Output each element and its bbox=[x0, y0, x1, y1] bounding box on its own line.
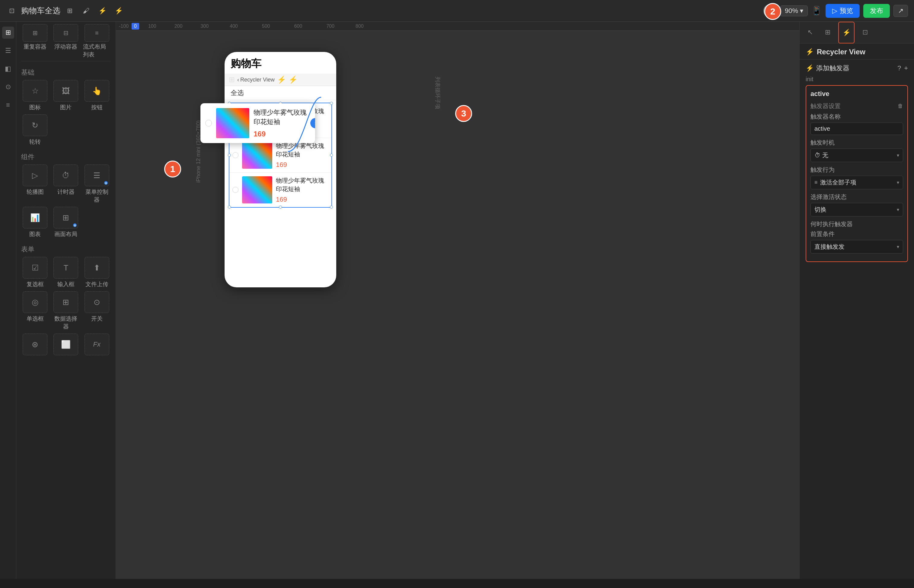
flow-layout-label: 流式布局列表 bbox=[83, 43, 111, 58]
comp-checkbox[interactable]: ☑ 复选框 bbox=[21, 257, 49, 288]
rp-tab-lightning[interactable]: ⚡ bbox=[838, 22, 854, 44]
ruler: -100 0 100 200 300 400 500 600 700 800 bbox=[116, 22, 799, 31]
trigger-name-label: 触发器名称 bbox=[811, 113, 903, 121]
preview-button[interactable]: ▷ 预览 bbox=[825, 4, 860, 18]
cart-check-1[interactable] bbox=[233, 152, 239, 158]
comp-radio-box: ◎ bbox=[23, 291, 47, 313]
grid-icon[interactable]: ⊞ bbox=[64, 5, 76, 16]
activate-state-select[interactable]: 切换 ▾ bbox=[811, 203, 903, 216]
comp-input-label: 输入框 bbox=[57, 280, 74, 288]
bolt-icon: ⚡ bbox=[277, 76, 286, 84]
trigger-time-value: 无 bbox=[822, 151, 897, 159]
comp-extra2[interactable]: ⬜ bbox=[52, 334, 80, 357]
sidebar-item-assets[interactable]: ≡ bbox=[2, 99, 14, 111]
condition-row: 何时执行触发器 前置条件 直接触发发 ▾ bbox=[811, 220, 903, 254]
comp-icon[interactable]: ☆ 图标 bbox=[21, 80, 49, 111]
precondition-label: 前置条件 bbox=[811, 230, 903, 238]
form-grid: ☑ 复选框 T 输入框 ⬆ 文件上传 ◎ 单选框 ⊞ 数据选择器 bbox=[21, 257, 111, 357]
float-container-item[interactable]: ⊟ 浮动容器 bbox=[52, 24, 80, 58]
flow-layout-item[interactable]: ≡ 流式布局列表 bbox=[83, 24, 111, 58]
activate-state-label: 选择激活状态 bbox=[811, 193, 903, 201]
cart-price-2: 169 bbox=[276, 195, 328, 204]
publish-button[interactable]: 发布 bbox=[863, 4, 890, 18]
canvas-area: -100 0 100 200 300 400 500 600 700 800 i… bbox=[116, 22, 799, 579]
delete-trigger-icon[interactable]: 🗑 bbox=[898, 103, 903, 109]
rp-tab-box[interactable]: ⊡ bbox=[857, 22, 873, 44]
clock-icon: ⏱ bbox=[814, 152, 820, 159]
rp-tab-layout[interactable]: ⊞ bbox=[820, 22, 836, 44]
rv-title: Recycler View bbox=[817, 48, 866, 56]
handle-b[interactable] bbox=[279, 205, 282, 208]
comp-canvas[interactable]: ⊞ ⊕ 画面布局 bbox=[52, 207, 80, 238]
condition-label: 何时执行触发器 bbox=[811, 220, 903, 228]
trigger-add-icons: ? + bbox=[898, 64, 908, 72]
zoom-button[interactable]: 90% ▾ bbox=[780, 5, 808, 16]
add-icon[interactable]: + bbox=[904, 64, 908, 72]
help-icon[interactable]: ? bbox=[898, 64, 901, 72]
cart-img-2 bbox=[242, 176, 272, 204]
comp-fx[interactable]: Fx bbox=[83, 334, 111, 357]
device-icon[interactable]: 📱 bbox=[811, 6, 822, 16]
comp-button[interactable]: 👆 按钮 bbox=[83, 80, 111, 111]
basic-grid: ☆ 图标 🖼 图片 👆 按钮 ↻ 轮转 bbox=[21, 80, 111, 146]
layout-icon[interactable]: ⊡ bbox=[6, 5, 18, 16]
trigger-time-select[interactable]: ⏱ 无 ▾ bbox=[811, 149, 903, 162]
comp-radio[interactable]: ◎ 单选框 bbox=[21, 291, 49, 331]
comp-input-box: T bbox=[53, 257, 78, 279]
repeater-container-item[interactable]: ⊞ 重复容器 bbox=[21, 24, 49, 58]
comp-timer-label: 计时器 bbox=[57, 188, 74, 196]
chevron-left-icon: ‹ bbox=[237, 77, 239, 83]
comp-rotate[interactable]: ↻ 轮转 bbox=[21, 115, 49, 146]
trigger-name-input[interactable]: active bbox=[811, 123, 903, 135]
rfc-info: 物理少年雾气玫瑰印花短袖 169 bbox=[254, 108, 310, 138]
sidebar-item-components[interactable]: ⊞ bbox=[2, 27, 14, 39]
comp-image[interactable]: 🖼 图片 bbox=[52, 80, 80, 111]
comp-carousel[interactable]: ▷ 轮播图 bbox=[21, 165, 49, 204]
comp-chart[interactable]: 📊 图表 bbox=[21, 207, 49, 238]
comp-data-picker[interactable]: ⊞ 数据选择器 bbox=[52, 291, 80, 331]
comp-image-box: 🖼 bbox=[53, 80, 78, 102]
rfc-check[interactable] bbox=[205, 120, 212, 126]
section-form-title: 表单 bbox=[21, 241, 111, 257]
magic-icon[interactable]: ⚡ bbox=[97, 5, 108, 16]
handle-bl[interactable] bbox=[228, 205, 231, 208]
zap-icon[interactable]: ⚡ bbox=[113, 5, 124, 16]
comp-menu[interactable]: ☰ ⊕ 菜单控制器 bbox=[83, 165, 111, 204]
cart-img-1 bbox=[242, 142, 272, 169]
comp-switch[interactable]: ⊙ 开关 bbox=[83, 291, 111, 331]
comp-menu-label: 菜单控制器 bbox=[83, 188, 111, 204]
rp-tab-cursor[interactable]: ↖ bbox=[802, 22, 818, 44]
phone-wrapper: iPhone 12 mini (360×780) 购物车 ⊞ ‹ Recycle… bbox=[176, 34, 288, 269]
trigger-name-row: 触发器名称 active bbox=[811, 113, 903, 135]
recycler-back-btn[interactable]: ‹ Recycler View bbox=[237, 77, 275, 83]
handle-r[interactable] bbox=[330, 153, 333, 157]
cart-check-2[interactable] bbox=[233, 187, 239, 193]
comp-button-label: 按钮 bbox=[91, 103, 103, 111]
comp-switch-label: 开关 bbox=[91, 315, 103, 323]
comp-input[interactable]: T 输入框 bbox=[52, 257, 80, 288]
handle-l[interactable] bbox=[228, 153, 231, 157]
right-panel-header: ↖ ⊞ ⚡ ⊡ 2 bbox=[799, 22, 914, 44]
trigger-action-value: 激活全部子项 bbox=[820, 178, 895, 187]
precondition-select[interactable]: 直接触发发 ▾ bbox=[811, 240, 903, 254]
rfc-item: 物理少年雾气玫瑰印花短袖 169 bbox=[200, 103, 315, 143]
handle-br[interactable] bbox=[330, 205, 333, 208]
share-button[interactable]: ↗ bbox=[893, 5, 908, 17]
comp-upload[interactable]: ⬆ 文件上传 bbox=[83, 257, 111, 288]
cart-item-1: 物理少年雾气玫瑰印花短袖 169 bbox=[229, 138, 331, 173]
component-panel: ⊞ 重复容器 ⊟ 浮动容器 ≡ 流式布局列表 基础 bbox=[16, 22, 116, 579]
sidebar-item-data[interactable]: ◧ bbox=[2, 63, 14, 75]
repeater-container-label: 重复容器 bbox=[24, 43, 47, 51]
trigger-action-select[interactable]: ≡ 激活全部子项 ▾ bbox=[811, 176, 903, 189]
sidebar-item-layers[interactable]: ☰ bbox=[2, 45, 14, 57]
cart-info-2: 物理少年雾气玫瑰印花短袖 169 bbox=[276, 176, 328, 204]
recycler-view-label: Recycler View bbox=[240, 77, 275, 83]
rfc-price: 169 bbox=[254, 130, 310, 138]
sidebar-item-plugins[interactable]: ⊙ bbox=[2, 81, 14, 93]
lightning-icon-2: ⚡ bbox=[289, 76, 298, 84]
comp-extra1-box: ⊛ bbox=[23, 334, 47, 355]
trigger-action-arrow: ▾ bbox=[897, 179, 899, 185]
brush-icon[interactable]: 🖌 bbox=[80, 5, 92, 16]
comp-extra1[interactable]: ⊛ bbox=[21, 334, 49, 357]
comp-timer[interactable]: ⏱ 计时器 bbox=[52, 165, 80, 204]
